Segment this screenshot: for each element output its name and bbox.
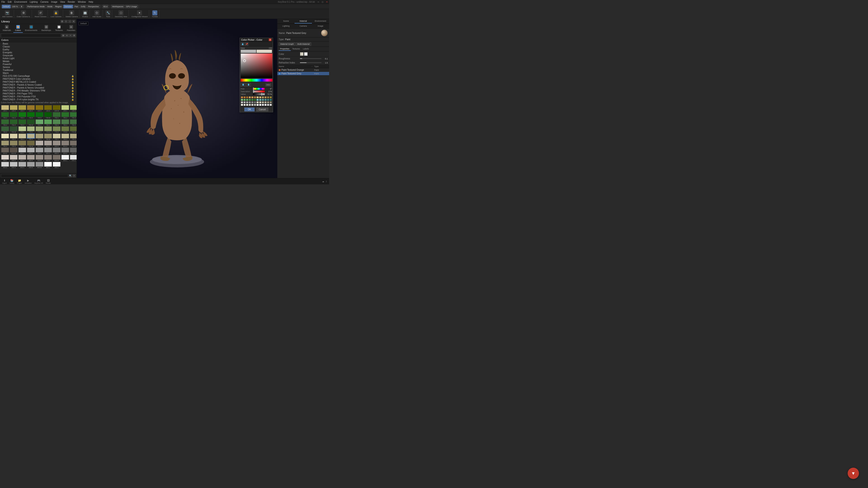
preset-dropdown[interactable]: Default	[2, 5, 11, 8]
color-list-item[interactable]: Basic	[0, 42, 76, 45]
swatch-item[interactable]: 780-3	[18, 133, 26, 140]
mini-swatch[interactable]	[264, 101, 267, 103]
panel-close-btn[interactable]: ✕	[72, 20, 75, 23]
mini-swatch[interactable]	[256, 104, 259, 106]
tab-lighting[interactable]: Lighting	[277, 24, 294, 29]
swatch-item[interactable]: 850-2	[53, 162, 61, 168]
status-import[interactable]: ⬇ Import	[2, 179, 7, 184]
color-swatch-2[interactable]	[304, 52, 308, 56]
mini-swatch[interactable]	[256, 101, 259, 103]
picker-eyedrop-btn[interactable]: 💧	[241, 42, 244, 46]
swatch-item[interactable]: 830-3	[18, 155, 26, 162]
swatch-item[interactable]: 750-5	[9, 119, 18, 126]
menu-lighting[interactable]: Lighting	[30, 1, 38, 3]
swatch-item[interactable]: 760-5	[70, 119, 76, 126]
gpu-usage-btn[interactable]: GPU Usage	[125, 5, 138, 8]
tab-camera[interactable]: Camera	[294, 24, 312, 29]
color-list-item[interactable]: Classic	[0, 45, 76, 48]
configurator-wizard-tool[interactable]: ✦ Configurator Wizard	[130, 10, 149, 18]
status-project[interactable]: 📁 Project	[17, 179, 22, 184]
swatch-item[interactable]: 840-2	[70, 155, 76, 162]
color-list-item[interactable]: Metals	[0, 60, 76, 63]
tab-backdrops[interactable]: 🖼 Backdrops	[40, 24, 53, 33]
bottom-search-btn[interactable]: 🔍	[69, 174, 72, 177]
view-btn1[interactable]: ⊞	[62, 34, 65, 37]
tab-scene[interactable]: Scene	[277, 19, 294, 24]
mini-swatch[interactable]	[259, 101, 261, 103]
swatch-item[interactable]: 790-4	[1, 140, 9, 147]
window-maximize[interactable]: □	[322, 1, 323, 3]
swatch-item[interactable]: 840-5	[18, 162, 26, 168]
swatch-item[interactable]: 130-2	[9, 105, 18, 112]
panel-minus-btn[interactable]: −	[68, 20, 71, 23]
picker-close-btn[interactable]: ✕	[269, 38, 272, 41]
swatch-item[interactable]: 750-3	[70, 112, 76, 119]
color-gradient[interactable]	[241, 54, 272, 78]
swatch-item[interactable]: 780-1	[1, 133, 9, 140]
swatch-item[interactable]: 810-2	[44, 140, 52, 147]
saturation-slider[interactable]	[253, 91, 265, 92]
mat-list-item[interactable]: Paint Textured Grey Paint	[277, 72, 329, 75]
tab-environment[interactable]: Environment	[312, 19, 329, 24]
mini-swatch[interactable]	[262, 101, 264, 103]
swatch-item[interactable]: 770-1	[18, 126, 26, 133]
picker-pin-btn[interactable]: 📌	[245, 42, 248, 46]
color-list-item[interactable]: PANTONE® - FHI Polyester FSX🔒	[0, 95, 76, 98]
perf-mode-btn[interactable]: Performance Mode	[26, 5, 46, 8]
mini-swatch[interactable]	[243, 96, 246, 98]
mini-swatch[interactable]	[262, 99, 264, 101]
mini-swatch[interactable]	[249, 99, 251, 101]
status-expand[interactable]: ⟩	[326, 180, 327, 183]
swatch-item[interactable]: 830-6	[44, 155, 52, 162]
swatch-item[interactable]: 820-5	[53, 148, 61, 154]
swatch-item[interactable]: 740-3	[9, 112, 18, 119]
mini-swatch[interactable]	[270, 104, 272, 106]
menu-image[interactable]: Image	[51, 1, 57, 3]
labels-tab[interactable]: Labels	[302, 47, 310, 51]
menu-edit[interactable]: Edit	[8, 1, 11, 3]
mini-swatch[interactable]	[246, 99, 248, 101]
eyedrop-btn-1[interactable]: 💧	[241, 83, 246, 87]
swatch-item[interactable]: 760-3	[53, 119, 61, 126]
mini-swatch[interactable]	[241, 99, 243, 101]
mini-swatch[interactable]	[254, 96, 256, 98]
mini-swatch[interactable]	[243, 99, 246, 101]
swatch-item[interactable]: 820-1	[18, 148, 26, 154]
swatch-item[interactable]: 840-3	[1, 162, 9, 168]
lock-camera-tool[interactable]: 🔒 Lock Camera	[49, 10, 63, 18]
status-library[interactable]: 📚 Library	[9, 179, 14, 184]
color-list-item[interactable]: PANTONE® - Pastels & Neons Coated🔒	[0, 84, 76, 86]
swatch-item[interactable]: 750-6	[18, 119, 26, 126]
workspaces-btn[interactable]: Workspaces	[111, 5, 124, 8]
color-list-item[interactable]: PANTONE® - Pastels & Neons Uncoated🔒	[0, 86, 76, 89]
swatch-item[interactable]: 830-5	[35, 155, 43, 162]
mini-swatch[interactable]	[262, 96, 264, 98]
pause-btn[interactable]: ⏸	[20, 5, 24, 8]
swatch-item[interactable]: 780-2	[9, 133, 18, 140]
panel-settings-btn[interactable]: ⚙	[61, 20, 64, 23]
tumble-tool[interactable]: ↻ Tumble	[151, 10, 159, 18]
swatch-item[interactable]: 840-6	[27, 162, 35, 168]
mini-swatch[interactable]	[251, 101, 254, 103]
gradient-cursor[interactable]	[243, 59, 246, 62]
swatch-item[interactable]: 790-1	[53, 133, 61, 140]
color-swatch-1[interactable]	[300, 52, 304, 56]
swatch-item[interactable]: 810-M	[9, 148, 18, 154]
swatch-item[interactable]: 750-4	[1, 119, 9, 126]
swatch-item[interactable]: 820-2	[27, 148, 35, 154]
color-list-item[interactable]: Grayscale	[0, 54, 76, 57]
swatch-item[interactable]: 780-4	[27, 133, 35, 140]
dolly-btn[interactable]: Dolly	[80, 5, 87, 8]
tab-environments[interactable]: 🌐 Environments	[23, 24, 39, 33]
mini-swatch[interactable]	[262, 104, 264, 106]
hue-slider[interactable]	[253, 88, 265, 90]
mini-swatch[interactable]	[256, 99, 259, 101]
mini-swatch[interactable]	[259, 96, 261, 98]
roughness-slider-track[interactable]	[300, 58, 321, 59]
mat-list-item[interactable]: Paint Textured Orange Paint	[277, 68, 329, 72]
color-list-item[interactable]: FED-STD-595 Camouflage🔒	[0, 74, 76, 77]
swatch-item[interactable]: 770-4	[44, 126, 52, 133]
bottom-search-input[interactable]	[1, 174, 68, 177]
menu-environment[interactable]: Environment	[14, 1, 27, 3]
swatch-item[interactable]: 850-1	[44, 162, 52, 168]
